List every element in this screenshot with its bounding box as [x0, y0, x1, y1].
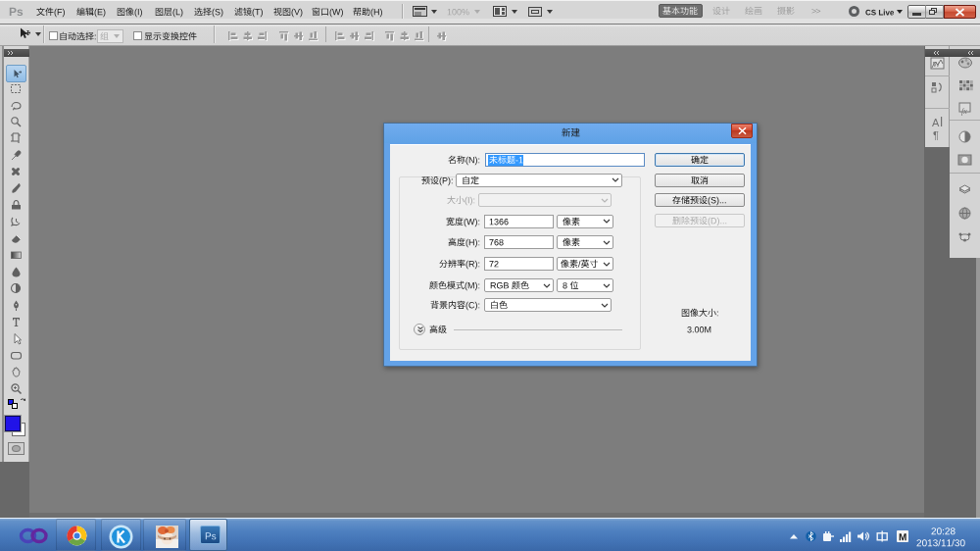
svg-text:W: W: [933, 61, 940, 68]
svg-text:fx: fx: [961, 107, 967, 116]
svg-text:¶: ¶: [933, 129, 939, 141]
